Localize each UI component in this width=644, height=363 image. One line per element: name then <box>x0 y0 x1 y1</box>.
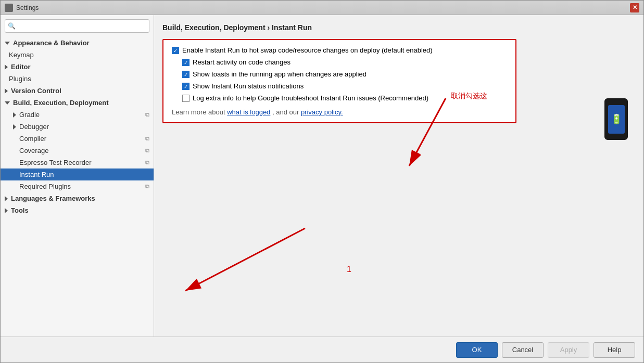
learn-more-row: Learn more about what is logged , and ou… <box>172 108 507 116</box>
settings-window: Settings ✕ 🔍 Appearance & Behavior Keyma… <box>0 0 644 363</box>
sidebar-item-coverage[interactable]: Coverage ⧉ <box>1 145 154 157</box>
sidebar-label: Languages & Frameworks <box>11 195 95 202</box>
svg-line-3 <box>185 228 305 291</box>
learn-more-prefix: Learn more about <box>172 108 227 116</box>
option-enable-instant-run: ✓ Enable Instant Run to hot swap code/re… <box>172 46 507 54</box>
window-title: Settings <box>16 4 39 11</box>
number-label: 1 <box>347 265 351 274</box>
sidebar-label: Build, Execution, Deployment <box>13 99 108 107</box>
sidebar-label: Coverage <box>19 147 48 154</box>
sidebar: 🔍 Appearance & Behavior Keymap Editor Pl… <box>1 15 154 336</box>
checkbox-show-toasts[interactable]: ✓ <box>182 71 190 78</box>
title-bar-left: Settings <box>5 4 39 12</box>
option-show-status: ✓ Show Instant Run status notifications <box>182 82 507 90</box>
expand-icon <box>5 88 8 94</box>
ok-button[interactable]: OK <box>456 342 498 358</box>
bottom-bar: OK Cancel Apply Help <box>1 336 643 362</box>
sidebar-item-keymap[interactable]: Keymap <box>1 49 154 61</box>
expand-icon <box>5 42 10 45</box>
sidebar-label: Version Control <box>11 87 61 95</box>
sidebar-label: Instant Run <box>19 171 54 178</box>
help-button[interactable]: Help <box>594 342 635 358</box>
option-label: Enable Instant Run to hot swap code/reso… <box>182 46 433 54</box>
sidebar-item-languages[interactable]: Languages & Frameworks <box>1 192 154 204</box>
sidebar-item-instant-run[interactable]: Instant Run <box>1 168 154 180</box>
search-box: 🔍 <box>5 19 149 33</box>
ext-icon: ⧉ <box>145 183 149 190</box>
sidebar-label: Espresso Test Recorder <box>19 159 92 166</box>
privacy-policy-link[interactable]: privacy policy. <box>301 108 343 116</box>
learn-more-middle: , and our <box>272 108 301 116</box>
indent-options: ✓ Restart activity on code changes ✓ Sho… <box>172 58 507 102</box>
sidebar-item-appearance[interactable]: Appearance & Behavior <box>1 37 154 49</box>
settings-icon <box>5 4 13 12</box>
sidebar-label: Editor <box>11 63 31 71</box>
expand-icon <box>5 208 8 213</box>
title-bar: Settings ✕ <box>1 1 643 15</box>
sidebar-item-compiler[interactable]: Compiler ⧉ <box>1 133 154 145</box>
ext-icon: ⧉ <box>145 147 149 154</box>
option-log-extra: Log extra info to help Google troublesho… <box>182 94 507 102</box>
instant-run-box: ✓ Enable Instant Run to hot swap code/re… <box>162 39 516 123</box>
sidebar-label: Compiler <box>19 135 46 142</box>
sidebar-label: Tools <box>11 206 29 214</box>
sidebar-label: Appearance & Behavior <box>13 39 90 47</box>
option-label: Show toasts in the running app when chan… <box>193 70 367 78</box>
ext-icon: ⧉ <box>145 135 149 142</box>
sidebar-item-debugger[interactable]: Debugger <box>1 121 154 133</box>
breadcrumb: Build, Execution, Deployment › Instant R… <box>162 23 635 32</box>
checkbox-restart-activity[interactable]: ✓ <box>182 59 190 66</box>
option-restart-activity: ✓ Restart activity on code changes <box>182 58 507 66</box>
phone-screen: 🔋 <box>608 105 625 134</box>
expand-icon <box>5 196 8 201</box>
main-panel: Build, Execution, Deployment › Instant R… <box>154 15 643 336</box>
checkbox-show-status[interactable]: ✓ <box>182 83 190 90</box>
search-icon: 🔍 <box>8 22 16 30</box>
sidebar-item-gradle[interactable]: Gradle ⧉ <box>1 109 154 121</box>
expand-icon <box>13 112 16 118</box>
sidebar-item-build[interactable]: Build, Execution, Deployment <box>1 97 154 109</box>
ext-icon: ⧉ <box>145 111 149 118</box>
option-label: Show Instant Run status notifications <box>193 82 304 90</box>
sidebar-label: Required Plugins <box>19 183 71 190</box>
sidebar-item-plugins[interactable]: Plugins <box>1 73 154 85</box>
what-is-logged-link[interactable]: what is logged <box>227 108 270 116</box>
sidebar-nav: Appearance & Behavior Keymap Editor Plug… <box>1 37 154 336</box>
checkbox-log-extra[interactable] <box>182 95 190 102</box>
phone-image: 🔋 <box>604 98 628 140</box>
expand-icon <box>5 101 10 105</box>
sidebar-arrow <box>154 218 362 301</box>
option-label: Restart activity on code changes <box>193 58 291 66</box>
sidebar-item-editor[interactable]: Editor <box>1 61 154 73</box>
battery-icon: 🔋 <box>611 113 622 125</box>
sidebar-item-espresso[interactable]: Espresso Test Recorder ⧉ <box>1 157 154 168</box>
cancel-button[interactable]: Cancel <box>502 342 544 358</box>
sidebar-item-tools[interactable]: Tools <box>1 204 154 216</box>
checkbox-enable-instant-run[interactable]: ✓ <box>172 47 179 54</box>
option-label: Log extra info to help Google troublesho… <box>193 94 428 102</box>
search-input[interactable] <box>5 19 149 33</box>
sidebar-label: Plugins <box>9 75 31 83</box>
sidebar-item-required-plugins[interactable]: Required Plugins ⧉ <box>1 180 154 192</box>
ext-icon: ⧉ <box>145 159 149 166</box>
apply-button[interactable]: Apply <box>548 342 589 358</box>
sidebar-item-version-control[interactable]: Version Control <box>1 85 154 97</box>
expand-icon <box>13 124 16 129</box>
sidebar-label: Debugger <box>19 123 49 131</box>
sidebar-label: Gradle <box>19 111 40 119</box>
main-content: 🔍 Appearance & Behavior Keymap Editor Pl… <box>1 15 643 336</box>
expand-icon <box>5 64 8 70</box>
option-show-toasts: ✓ Show toasts in the running app when ch… <box>182 70 507 78</box>
close-button[interactable]: ✕ <box>630 3 639 12</box>
sidebar-label: Keymap <box>9 51 34 59</box>
